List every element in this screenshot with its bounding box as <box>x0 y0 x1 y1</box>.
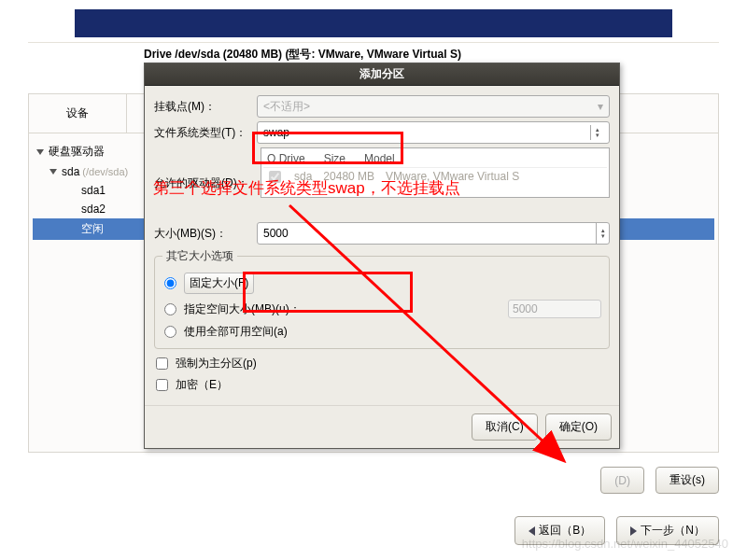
watermark: https://blog.csdn.net/weixin_44052540 <box>522 537 728 551</box>
size-value: 5000 <box>263 227 289 240</box>
tree-path: (/dev/sda) <box>82 166 128 177</box>
chk-primary-label: 强制为主分区(p) <box>176 356 257 371</box>
drive-model: VMware, VMware Virtual S <box>386 170 519 183</box>
checkbox-force-primary[interactable] <box>156 357 168 370</box>
drive-name: sda <box>294 170 312 183</box>
col-size: Size <box>324 152 345 165</box>
tree-label: sda <box>62 165 79 178</box>
reset-button[interactable]: 重设(s) <box>655 467 719 494</box>
drive-info-label: Drive /dev/sda (20480 MB) (型号: VMware, V… <box>144 47 461 63</box>
caret-down-icon <box>36 149 44 155</box>
mount-point-combo[interactable]: <不适用>▾ <box>257 95 610 118</box>
radio-fixed-size[interactable] <box>164 277 176 289</box>
divider <box>28 42 719 43</box>
fs-type-combo[interactable]: swap▴▾ <box>257 121 610 144</box>
arrow-left-icon <box>529 526 535 536</box>
cancel-button[interactable]: 取消(C) <box>472 413 538 441</box>
add-partition-dialog: 添加分区 挂载点(M)： <不适用>▾ 文件系统类型(T)： swap▴▾ 允许… <box>144 63 620 449</box>
d-button[interactable]: (D) <box>600 467 644 494</box>
mount-point-label: 挂载点(M)： <box>154 99 257 115</box>
fieldset-legend: 其它大小选项 <box>162 248 237 264</box>
caret-down-icon <box>49 169 57 175</box>
combo-value: swap <box>263 126 289 139</box>
allowed-drives-list[interactable]: O Drive Size Model sda 20480 MB VMware, … <box>261 147 610 198</box>
arrow-right-icon <box>630 526 637 536</box>
dialog-title: 添加分区 <box>145 63 619 86</box>
opt-fill-label: 使用全部可用空间(a) <box>184 324 288 340</box>
tree-label: sda1 <box>81 184 106 197</box>
tree-label: 空闲 <box>81 221 104 237</box>
fill-up-to-input <box>508 300 601 318</box>
drive-checkbox[interactable] <box>269 171 281 183</box>
installer-banner <box>75 9 672 37</box>
tree-label: 硬盘驱动器 <box>49 144 105 160</box>
radio-fill-all[interactable] <box>164 326 176 338</box>
device-column-header: 设备 <box>29 94 127 133</box>
drive-size: 20480 MB <box>323 170 374 183</box>
opt-fixed-label: 固定大小(F) <box>184 273 254 294</box>
col-model: Model <box>364 152 395 165</box>
spinner-icon[interactable]: ▴▾ <box>596 223 609 244</box>
size-input[interactable]: 5000▴▾ <box>257 222 610 245</box>
combo-value: <不适用> <box>263 99 310 115</box>
radio-fill-up-to[interactable] <box>164 303 176 315</box>
fs-type-label: 文件系统类型(T)： <box>154 125 257 141</box>
ok-button[interactable]: 确定(O) <box>545 413 612 441</box>
drives-row[interactable]: sda 20480 MB VMware, VMware Virtual S <box>263 168 607 185</box>
combo-spinner-icon: ▴▾ <box>590 125 603 140</box>
chk-encrypt-label: 加密（E） <box>176 377 228 393</box>
chevron-down-icon: ▾ <box>598 100 603 113</box>
col-drive: O Drive <box>267 152 305 165</box>
tree-label: sda2 <box>81 203 106 216</box>
size-label: 大小(MB)(S)： <box>154 226 257 242</box>
allowed-drives-label: 允许的驱动器(D)： <box>154 147 257 191</box>
opt-upto-label: 指定空间大小(MB)(u)： <box>184 301 301 317</box>
checkbox-encrypt[interactable] <box>156 379 168 391</box>
size-options-fieldset: 其它大小选项 固定大小(F) 指定空间大小(MB)(u)： 使用全部可用空间(a… <box>154 248 610 349</box>
drives-header: O Drive Size Model <box>263 150 607 168</box>
